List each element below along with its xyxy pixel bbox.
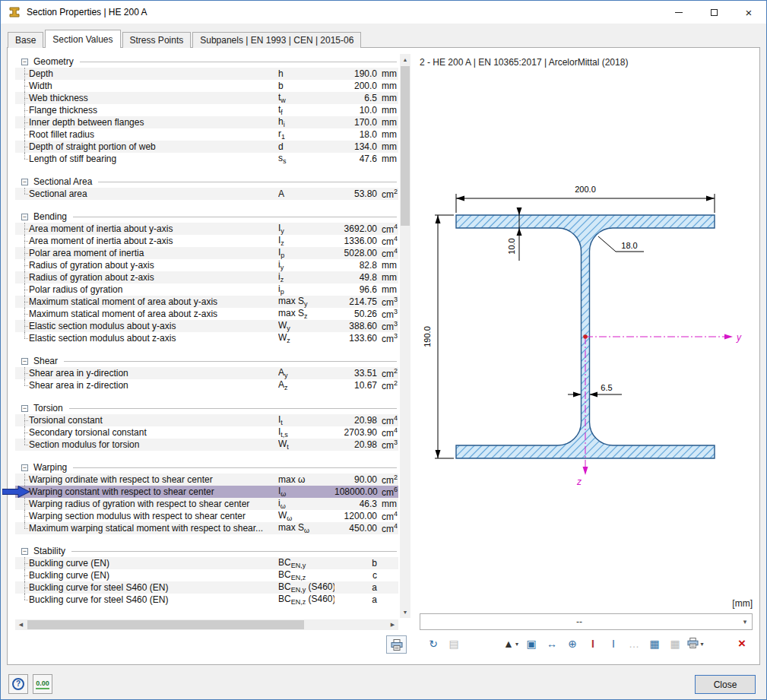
section-axes-button[interactable]: I	[604, 635, 623, 653]
row-symbol: Iz	[278, 235, 334, 247]
row-symbol: iy	[278, 259, 334, 271]
group-rule	[73, 467, 397, 468]
scroll-right-icon[interactable]: ▶	[387, 619, 398, 630]
tab-base[interactable]: Base	[8, 32, 43, 48]
collapse-icon[interactable]: −	[21, 464, 28, 471]
row-symbol: h	[278, 68, 334, 79]
table-row[interactable]: Warping radius of gyration with respect …	[15, 498, 398, 510]
horizontal-scrollbar[interactable]: ◀ ▶	[15, 619, 398, 630]
collapse-icon[interactable]: −	[21, 179, 28, 185]
update-view-button[interactable]: ↻	[424, 635, 442, 653]
collapse-icon[interactable]: −	[21, 548, 28, 555]
scroll-down-icon[interactable]: ▼	[400, 607, 410, 618]
row-value: 53.80	[334, 188, 379, 199]
tree-line	[15, 80, 27, 92]
tree-line	[15, 414, 27, 426]
table-row[interactable]: Depth of straight portion of webd134.0mm	[15, 141, 398, 153]
table-row[interactable]: Warping ordinate with respect to shear c…	[15, 474, 398, 486]
table-row[interactable]: Root fillet radiusr118.0mm	[15, 128, 398, 141]
table-row[interactable]: Area moment of inertia about z-axisIz133…	[15, 235, 398, 247]
table-row[interactable]: Buckling curve (EN)BCEN,yb	[15, 557, 398, 569]
fillet-leader	[598, 236, 616, 252]
table-row[interactable]: Elastic section modulus about z-axisWz13…	[15, 332, 398, 344]
table-row[interactable]: Widthb200.0mm	[15, 80, 398, 92]
table-row[interactable]: Buckling curve for steel S460 (EN)BCEN,y…	[15, 581, 398, 594]
table-row[interactable]: Flange thicknesstf10.0mm	[15, 104, 398, 116]
minimize-button[interactable]	[661, 1, 696, 24]
row-unit: mm	[379, 105, 398, 116]
table-row[interactable]: Shear area in y-directionAy33.51cm2	[15, 367, 398, 379]
vertical-scrollbar[interactable]: ▲ ▼	[400, 54, 410, 618]
table-row[interactable]: Shear area in z-directionAz10.67cm2	[15, 379, 398, 391]
table-row[interactable]: Radius of gyration about y-axisiy82.8mm	[15, 259, 398, 271]
table-row[interactable]: Buckling curve (EN)BCEN,zc	[15, 569, 398, 581]
units-button[interactable]: 0.00	[33, 674, 52, 694]
close-window-button[interactable]: ×	[731, 1, 766, 24]
table-row[interactable]: Maximum statical moment of area about y-…	[15, 296, 398, 308]
row-label: Shear area in y-direction	[27, 368, 278, 379]
table-row[interactable]: Torsional constantIt20.98cm4	[15, 414, 398, 426]
collapse-icon[interactable]: −	[21, 405, 28, 412]
reset-view-button[interactable]: ×	[733, 635, 751, 653]
print-table-button[interactable]	[386, 635, 407, 654]
table-row[interactable]: Maximum statical moment of area about z-…	[15, 308, 398, 320]
dimensions-toggle-button[interactable]: ↔	[543, 635, 561, 653]
grid-icon: ▦	[649, 638, 659, 649]
row-label: Web thickness	[27, 93, 278, 103]
row-label: Radius of gyration about y-axis	[27, 260, 278, 271]
tab-stress-points[interactable]: Stress Points	[122, 32, 192, 48]
collapse-icon[interactable]: −	[21, 358, 28, 365]
principal-axes-button[interactable]: I	[584, 635, 602, 653]
table-row[interactable]: Inner depth between flangeshi170.0mm	[15, 116, 398, 128]
table-row[interactable]: Polar radius of gyrationip96.6mm	[15, 283, 398, 296]
combo-caret-icon: ▾	[738, 618, 752, 626]
update-view-icon: ↻	[429, 638, 438, 649]
table-row[interactable]: Elastic section modulus about y-axisWy38…	[15, 320, 398, 332]
labels-toggle-button[interactable]: ⊕	[563, 635, 582, 653]
row-value: 6.5	[334, 93, 379, 103]
row-label: Radius of gyration about z-axis	[27, 272, 278, 283]
row-value: 1200.00	[334, 511, 379, 521]
table-row[interactable]: Radius of gyration about z-axisiz49.8mm	[15, 271, 398, 283]
table-row[interactable]: Web thicknesstw6.5mm	[15, 92, 398, 104]
tab-subpanels[interactable]: Subpanels | EN 1993 | CEN | 2015-06	[192, 32, 361, 48]
table-row[interactable]: Length of stiff bearingss47.6mm	[15, 153, 398, 165]
scroll-up-icon[interactable]: ▲	[400, 54, 410, 65]
collapse-icon[interactable]: −	[21, 214, 28, 220]
table-row[interactable]: Secondary torsional constantIt,s2703.90c…	[15, 426, 398, 439]
section-values-table: −GeometryDepthh190.0mmWidthb200.0mmWeb t…	[15, 54, 398, 618]
table-row[interactable]: Section modulus for torsionWt20.98cm3	[15, 439, 398, 451]
table-row[interactable]: Sectional areaA53.80cm2	[15, 188, 398, 200]
view-mode-button[interactable]: ▲▾	[502, 635, 520, 653]
table-row[interactable]: Maximum warping statical moment with res…	[15, 522, 398, 534]
table-row[interactable]: Buckling curve for steel S460 (EN)BCEN,z…	[15, 594, 398, 606]
table-row[interactable]: Depthh190.0mm	[15, 68, 398, 80]
vertical-scroll-thumb[interactable]	[401, 66, 410, 226]
horizontal-scroll-thumb[interactable]	[27, 620, 304, 629]
row-value: a	[334, 594, 379, 605]
table-row[interactable]: Warping section modulus with respect to …	[15, 510, 398, 522]
row-label: Maximum statical moment of area about y-…	[27, 296, 278, 307]
row-label: Maximum statical moment of area about z-…	[27, 309, 278, 319]
print-graphic-button[interactable]: ▾	[686, 635, 705, 653]
tree-line	[15, 153, 27, 165]
row-unit: cm3	[379, 332, 398, 344]
group-header-sectional-area: −Sectional Area	[15, 176, 398, 188]
grid-button[interactable]: ▦	[645, 635, 664, 653]
maximize-button[interactable]	[696, 1, 731, 24]
selection-arrow-icon	[2, 486, 31, 498]
scroll-left-icon[interactable]: ◀	[15, 619, 27, 630]
row-symbol: Ay	[278, 367, 334, 379]
fit-view-button[interactable]: ▣	[522, 635, 540, 653]
table-row[interactable]: Polar area moment of inertiaIp5028.00cm4	[15, 247, 398, 259]
stress-point-combo[interactable]: -- ▾	[420, 613, 753, 630]
tab-section-values[interactable]: Section Values	[45, 30, 120, 48]
table-row[interactable]: Area moment of inertia about y-axisIy369…	[15, 223, 398, 235]
section-view[interactable]: 200.0 190.0 10.0 18.0 6.5 y z	[418, 69, 754, 598]
tab-strip: Base Section Values Stress Points Subpan…	[8, 30, 363, 48]
help-button[interactable]: ?	[8, 674, 28, 694]
row-label: Depth	[27, 68, 278, 79]
collapse-icon[interactable]: −	[21, 59, 28, 65]
table-row[interactable]: Warping constant with respect to shear c…	[15, 486, 398, 498]
close-button[interactable]: Close	[695, 675, 756, 694]
